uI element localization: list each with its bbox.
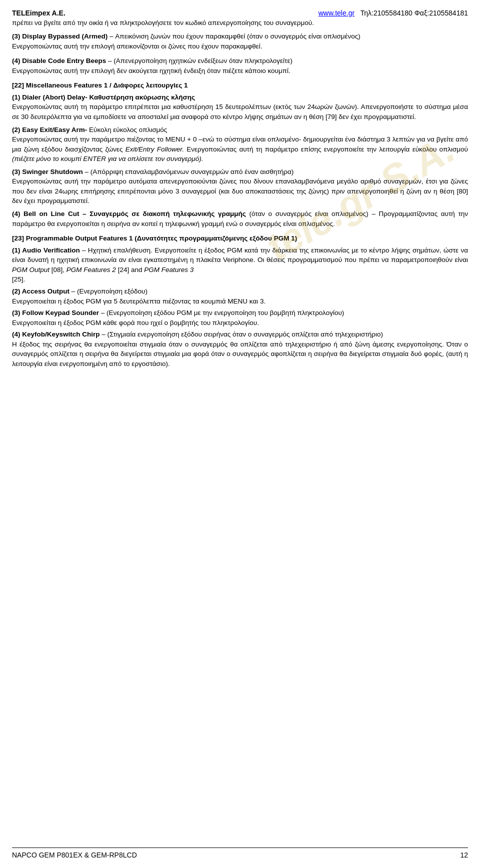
display-bypassed-body: Ενεργοποιώντας αυτή την επιλογή απεικονί… (12, 42, 262, 50)
audio-verification-text: (1) Audio Verification – Ηχητική επαλήθε… (12, 246, 468, 284)
contact-text: Τηλ:2105584180 Φαξ:2105584181 (360, 9, 468, 17)
section-display-bypassed: (3) Display Bypassed (Armed) – Απεικόνισ… (12, 32, 468, 51)
audio-verification-italic2: PGM Features 2 (66, 266, 116, 274)
display-bypassed-text: (3) Display Bypassed (Armed) – Απεικόνισ… (12, 32, 468, 51)
disable-code-entry-text: (4) Disable Code Entry Beeps – (Απενεργο… (12, 56, 468, 76)
disable-code-entry-title: (4) Disable Code Entry Beeps (12, 57, 106, 64)
swinger-shutdown-body: Ενεργοποιώντας αυτή την παράμετρο αυτόμα… (12, 178, 468, 204)
access-output-body: Ενεργοποιείται η έξοδος PGM για 5 δευτερ… (12, 298, 266, 305)
misc-features-heading: [22] Miscellaneous Features 1 / Διάφορες… (12, 82, 188, 89)
header-line2: πρέπει να βγείτε από την οικία ή να πληκ… (12, 19, 468, 26)
pgm1-title: [23] Programmable Output Features 1 (Δυν… (12, 234, 468, 244)
audio-verification-italic1: PGM Output (12, 266, 50, 274)
follow-keypad-title-suffix: – (Ενεργοποίηση εξόδου PGM με την ενεργο… (101, 309, 344, 316)
dialer-abort-title: (1) Dialer (Abort) Delay- Καθυστέρηση ακ… (12, 94, 195, 101)
misc-features-title: [22] Miscellaneous Features 1 / Διάφορες… (12, 80, 468, 90)
follow-keypad-body: Ενεργοποιείται η έξοδος PGM κάθε φορά πο… (12, 319, 259, 326)
follow-keypad-text: (3) Follow Keypad Sounder – (Ενεργοποίησ… (12, 308, 468, 328)
easy-exit-title-suffix: Εύκολη εύκολος οπλισμός (89, 126, 167, 134)
keyfob-chirp-body: Η έξοδος της σειρήνας θα ενεργοποιείται … (12, 340, 468, 368)
audio-verification-body2: [08], (52, 266, 66, 274)
swinger-shutdown-text: (3) Swinger Shutdown – (Απόρριψη επαναλα… (12, 167, 468, 206)
display-bypassed-title-suffix: – Απεικόνιση ζωνών που έχουν παρακαμφθεί… (110, 32, 360, 40)
page-header: TELEimpex A.E. www.tele.gr Τηλ:210558418… (12, 9, 468, 17)
bell-on-line-dash: – Συναγερμός σε διακοπή τηλεφωνικής γραμ… (82, 210, 246, 218)
access-output-title: (2) Access Output (12, 288, 70, 295)
audio-verification-body4: [25]. (12, 276, 25, 283)
footer-left: NAPCO GEM P801EX & GEM-RP8LCD (12, 851, 137, 859)
easy-exit-body2: Ενεργοποιώντας αυτή τη παράμετρο επίσης … (186, 146, 468, 153)
audio-verification-title-suffix: – Ηχητική επαλήθευση. (82, 246, 154, 254)
company-name: TELEimpex A.E. (12, 9, 66, 17)
easy-exit-title: (2) Easy Exit/Easy Arm- (12, 126, 87, 134)
follow-keypad-title: (3) Follow Keypad Sounder (12, 309, 99, 316)
easy-exit-body2-italic: (πιέζετε μόνο το κουμπί ENTER για να οπλ… (12, 155, 203, 162)
audio-verification-body1: Ενεργοποιείτε η έξοδος PGM κατά την διάρ… (12, 246, 468, 264)
display-bypassed-title: (3) Display Bypassed (Armed) (12, 32, 108, 40)
section-misc-features: [22] Miscellaneous Features 1 / Διάφορες… (12, 80, 468, 228)
footer-right: 12 (460, 851, 468, 859)
contact-info: www.tele.gr Τηλ:2105584180 Φαξ:210558418… (318, 9, 468, 17)
keyfob-chirp-title: (4) Keyfob/Keyswitch Chirp (12, 330, 100, 338)
disable-code-entry-body: Ενεργοποιώντας αυτή την επιλογή δεν ακού… (12, 67, 290, 74)
audio-verification-italic3: PGM Features 3 (144, 266, 194, 274)
section-disable-code-entry: (4) Disable Code Entry Beeps – (Απενεργο… (12, 56, 468, 76)
bell-on-line-title: (4) Bell on Line Cut (12, 210, 79, 218)
audio-verification-title: (1) Audio Verification (12, 246, 80, 254)
dialer-abort-body: Ενεργοποιώντας αυτή τη παράμετρο επιτρέπ… (12, 103, 468, 120)
bell-on-line-text: (4) Bell on Line Cut – Συναγερμός σε δια… (12, 209, 468, 228)
access-output-text: (2) Access Output – (Ενεργοποίηση εξόδου… (12, 286, 468, 306)
website-link[interactable]: www.tele.gr (318, 9, 354, 17)
section-pgm1: [23] Programmable Output Features 1 (Δυν… (12, 234, 468, 368)
page-content: TELEimpex A.E. www.tele.gr Τηλ:210558418… (12, 9, 468, 394)
easy-exit-body-italic: Exit/Entry Follower. (126, 146, 184, 153)
keyfob-chirp-text: (4) Keyfob/Keyswitch Chirp – (Στιγμιαία … (12, 330, 468, 368)
access-output-title-suffix: – (Ενεργοποίηση εξόδου) (72, 288, 148, 295)
keyfob-chirp-title-suffix: – (Στιγμιαία ενεργοποίηση εξόδου σειρήνα… (102, 330, 383, 338)
page-footer: NAPCO GEM P801EX & GEM-RP8LCD 12 (12, 848, 468, 859)
swinger-shutdown-title-suffix: – (Απόρριψη επαναλαμβανόμενων συναγερμών… (85, 168, 294, 176)
disable-code-entry-title-suffix: – (Απενεργοποίηση ηχητικών ενδείξεων ότα… (108, 57, 292, 64)
easy-exit-text: (2) Easy Exit/Easy Arm- Εύκολη εύκολος ο… (12, 125, 468, 164)
dialer-abort-text: (1) Dialer (Abort) Delay- Καθυστέρηση ακ… (12, 92, 468, 122)
pgm1-heading: [23] Programmable Output Features 1 (Δυν… (12, 234, 297, 242)
swinger-shutdown-title: (3) Swinger Shutdown (12, 168, 83, 176)
audio-verification-body3: [24] and (118, 266, 144, 274)
